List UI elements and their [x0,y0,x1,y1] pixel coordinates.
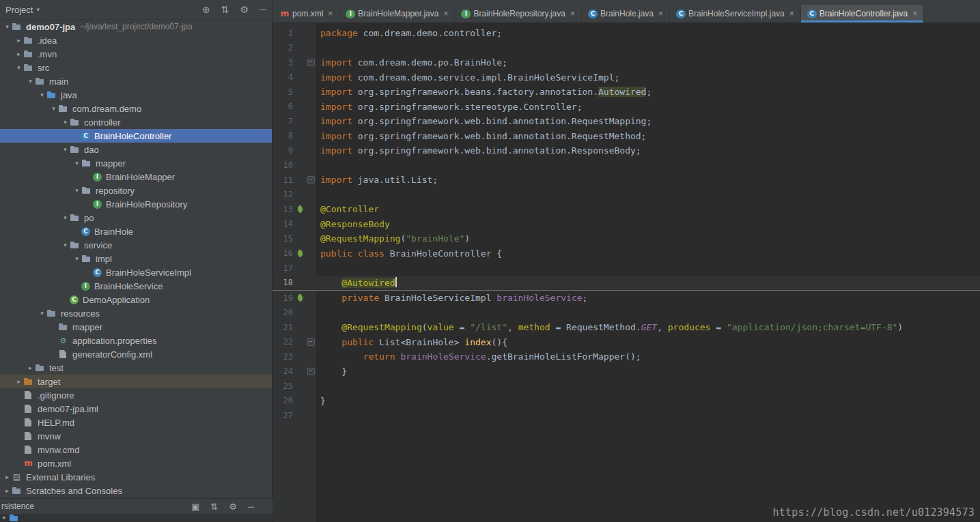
chevron-down-icon[interactable]: ▾ [61,242,70,248]
spring-bean-icon[interactable] [294,250,306,257]
code-line-16[interactable]: 16public class BrainHoleController { [272,246,980,261]
tree-item-po[interactable]: ▾po [0,211,272,224]
tab-brainholeserviceimpl-java[interactable]: CBrainHoleServiceImpl.java× [670,5,801,23]
tree-item-brainholemapper[interactable]: IBrainHoleMapper [0,170,272,184]
tree-item-brainholecontroller[interactable]: CBrainHoleController [0,129,272,143]
gear-icon[interactable]: ⚙ [240,4,249,15]
tree-item-test[interactable]: ▸test [0,361,272,375]
line-number[interactable]: 27 [272,411,294,420]
code-line-24[interactable]: 24− } [272,364,980,379]
chevron-right-icon[interactable]: ▸ [26,364,35,371]
fold-minus-icon[interactable]: − [307,338,315,346]
line-number[interactable]: 1 [272,29,294,38]
line-number[interactable]: 10 [272,160,294,170]
code-line-6[interactable]: 6import org.springframework.stereotype.C… [272,100,980,115]
line-number[interactable]: 22 [272,337,294,347]
line-number[interactable]: 17 [272,263,294,273]
crosshair-icon[interactable]: ⊕ [202,4,210,15]
chevron-down-icon[interactable]: ▾ [3,23,12,30]
tree-item-scratches-and-consoles[interactable]: ▸Scratches and Consoles [0,484,272,497]
close-icon[interactable]: × [789,10,794,18]
line-number[interactable]: 9 [272,146,294,156]
tree-item-demo07-jpa-iml[interactable]: demo07-jpa.iml [0,402,272,416]
line-number[interactable]: 6 [272,102,294,111]
code-line-19[interactable]: 19 private BrainHoleServiceImpl brainHol… [272,291,980,306]
spring-bean-icon[interactable] [294,295,306,301]
chevron-right-icon[interactable]: ▸ [14,50,23,57]
chevron-down-icon[interactable]: ▾ [61,146,70,153]
line-number[interactable]: 12 [272,190,294,199]
line-number[interactable]: 20 [272,308,294,317]
line-number[interactable]: 15 [272,234,294,244]
chevron-down-icon[interactable]: ▾ [49,105,58,112]
chevron-down-icon[interactable]: ▾ [38,91,46,98]
code-line-2[interactable]: 2 [272,41,980,56]
tree-item-brainhole[interactable]: CBrainHole [0,224,272,238]
collapse-all-icon[interactable]: ⇅ [221,4,229,15]
tree-item-generatorconfig-xml[interactable]: generatorConfig.xml [0,347,272,361]
line-number[interactable]: 23 [272,352,294,362]
code-line-21[interactable]: 21 @RequestMapping(value = "/list", meth… [272,320,980,335]
line-number[interactable]: 16 [272,248,294,258]
collapse-all-icon[interactable]: ⇅ [210,502,218,512]
tab-pom-xml[interactable]: mpom.xml× [274,5,339,23]
line-number[interactable]: 25 [272,381,294,391]
fold-marker[interactable]: − [306,338,316,346]
tree-item-idea[interactable]: ▸.idea [0,33,272,47]
line-number[interactable]: 24 [272,366,294,376]
close-icon[interactable]: × [328,10,333,18]
code-line-20[interactable]: 20 [272,306,980,321]
tree-item-service[interactable]: ▾service [0,238,272,252]
code-line-3[interactable]: 3−import com.dream.demo.po.BrainHole; [272,55,980,70]
chevron-right-icon[interactable]: ▸ [14,378,23,385]
code-line-8[interactable]: 8import org.springframework.web.bind.ann… [272,129,980,144]
close-icon[interactable]: × [443,10,448,18]
line-number[interactable]: 13 [272,205,294,214]
tree-item-target[interactable]: ▸target [0,375,272,388]
tab-brainholemapper-java[interactable]: IBrainHoleMapper.java× [339,5,455,23]
code-line-7[interactable]: 7import org.springframework.web.bind.ann… [272,114,980,129]
code-line-4[interactable]: 4import com.dream.demo.service.impl.Brai… [272,70,980,85]
code-line-18[interactable]: 18 @Autowired [272,276,980,291]
tree-item-brainholerepository[interactable]: IBrainHoleRepository [0,197,272,211]
tree-item-mvnw-cmd[interactable]: mvnw.cmd [0,443,272,456]
spring-bean-icon[interactable] [294,206,306,212]
code-line-26[interactable]: 26} [272,394,980,409]
code-line-1[interactable]: 1package com.dream.demo.controller; [272,26,980,41]
code-line-25[interactable]: 25 [272,379,980,394]
chevron-down-icon[interactable]: ▾ [14,64,23,71]
tree-item-pom-xml[interactable]: mpom.xml [0,456,272,470]
code-line-15[interactable]: 15@RequestMapping("brainHole") [272,231,980,246]
tab-brainhole-java[interactable]: CBrainHole.java× [582,5,670,23]
fold-marker[interactable]: − [306,368,316,375]
code-line-17[interactable]: 17 [272,261,980,276]
tree-item-impl[interactable]: ▾impl [0,252,272,265]
code-line-5[interactable]: 5import org.springframework.beans.factor… [272,85,980,100]
tree-item-repository[interactable]: ▾repository [0,184,272,197]
chevron-down-icon[interactable]: ▾ [61,119,70,126]
tree-item-demoapplication[interactable]: CDemoApplication [0,293,272,306]
project-view-selector[interactable]: Project ▾ [5,5,40,15]
close-icon[interactable]: × [658,10,663,18]
persistence-panel-content[interactable]: ▸ [0,514,272,522]
tree-item-help-md[interactable]: HELP.md [0,416,272,429]
line-number[interactable]: 21 [272,323,294,332]
tree-item-mapper[interactable]: ▾mapper [0,156,272,170]
view-mode-icon[interactable]: ▣ [191,502,199,512]
gear-icon[interactable]: ⚙ [229,502,237,512]
fold-minus-icon[interactable]: − [307,368,315,375]
tree-item-application-properties[interactable]: ⚙application.properties [0,334,272,347]
line-number[interactable]: 19 [272,293,294,303]
line-number[interactable]: 4 [272,72,294,82]
line-number[interactable]: 18 [272,278,294,287]
tab-brainholecontroller-java[interactable]: CBrainHoleController.java× [801,5,924,23]
tree-item-mapper[interactable]: mapper [0,320,272,334]
chevron-down-icon[interactable]: ▾ [61,214,70,221]
tree-item-dao[interactable]: ▾dao [0,143,272,156]
code-line-14[interactable]: 14@ResponseBody [272,217,980,232]
tree-item-mvn[interactable]: ▸.mvn [0,47,272,61]
code-line-10[interactable]: 10 [272,158,980,173]
minimize-icon[interactable]: ─ [260,4,266,15]
code-line-12[interactable]: 12 [272,188,980,203]
code-line-11[interactable]: 11−import java.util.List; [272,173,980,188]
